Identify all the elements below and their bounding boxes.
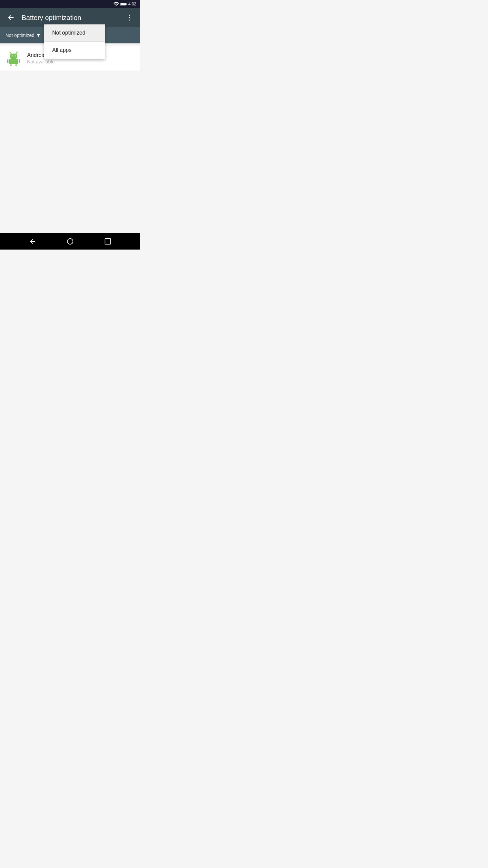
dropdown-menu: Not optimized All apps: [44, 24, 105, 59]
status-time: 4:02: [128, 2, 136, 6]
svg-point-4: [129, 17, 130, 18]
wifi-icon: [114, 2, 119, 6]
svg-rect-2: [121, 3, 126, 5]
svg-point-3: [129, 15, 130, 16]
svg-rect-1: [126, 4, 127, 5]
dropdown-item-all-apps[interactable]: All apps: [44, 42, 105, 59]
status-icons: 4:02: [114, 2, 136, 6]
more-options-button[interactable]: [124, 12, 135, 23]
battery-icon: [120, 2, 127, 6]
status-bar: 4:02: [0, 0, 140, 8]
dropdown-item-not-optimized[interactable]: Not optimized: [44, 24, 105, 41]
back-button[interactable]: [5, 12, 16, 23]
dropdown-scrim[interactable]: [0, 27, 140, 250]
app-bar-title: Battery optimization: [22, 14, 119, 22]
svg-point-5: [129, 20, 130, 21]
